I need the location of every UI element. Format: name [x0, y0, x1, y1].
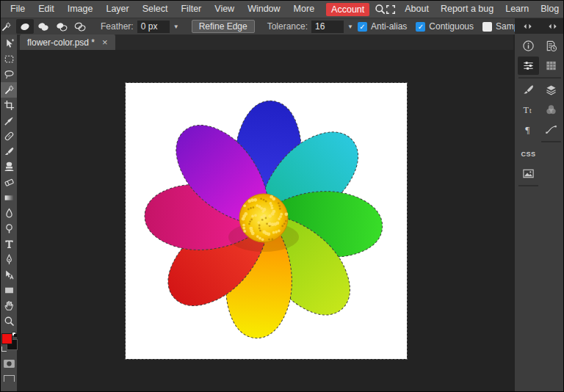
move-tool[interactable] — [1, 36, 17, 51]
feather-label: Feather: — [101, 21, 134, 32]
dodge-tool[interactable] — [1, 221, 17, 236]
screen-mode-button[interactable] — [4, 375, 15, 382]
menu-link-about[interactable]: About — [399, 1, 435, 18]
feather-input[interactable]: 0 px — [137, 21, 170, 33]
menu-item-more[interactable]: More — [287, 1, 321, 18]
document-tab-title: flower-color.psd * — [27, 37, 95, 48]
mode-subtract-button[interactable] — [53, 19, 70, 34]
checkbox-box-anti-alias[interactable]: ✓ — [358, 22, 367, 32]
eraser-tool[interactable] — [1, 175, 17, 190]
clone-stamp-tool[interactable] — [1, 159, 17, 175]
menubar: FileEditImageLayerSelectFilterViewWindow… — [1, 1, 563, 18]
tool-list — [1, 36, 17, 329]
refine-edge-button[interactable]: Refine Edge — [192, 20, 255, 33]
panel-curves-icon[interactable] — [540, 120, 562, 139]
spot-heal-tool[interactable] — [1, 128, 17, 144]
document-tab[interactable]: flower-color.psd * × — [20, 35, 115, 50]
panel-brush-settings-icon[interactable] — [518, 81, 539, 99]
tolerance-label: Tolerance: — [267, 21, 308, 32]
mode-intersect-button[interactable] — [71, 19, 89, 34]
left-toolbar — [1, 35, 17, 391]
panel-icon-grid: Tt¶CSS — [515, 34, 564, 190]
tab-bar: flower-color.psd * × — [17, 35, 513, 50]
svg-text:¶: ¶ — [525, 124, 529, 135]
path-select-tool[interactable] — [1, 267, 17, 283]
color-swatches — [1, 332, 17, 352]
photopea-window: FileEditImageLayerSelectFilterViewWindow… — [0, 0, 564, 392]
panel-info-icon[interactable] — [518, 37, 539, 55]
search-icon[interactable] — [375, 1, 386, 18]
hand-tool[interactable] — [1, 298, 17, 313]
rect-shape-tool[interactable] — [1, 283, 17, 298]
mode-add-button[interactable] — [35, 19, 52, 34]
crop-tool[interactable] — [1, 98, 17, 113]
panel-paragraph-icon[interactable]: ¶ — [518, 120, 539, 139]
quick-mask-button[interactable] — [3, 358, 15, 369]
account-button[interactable]: Account — [326, 3, 369, 16]
mode-new-button[interactable] — [16, 19, 34, 34]
right-panel: Tt¶CSS — [515, 18, 564, 391]
checkbox-label-contiguous: Contiguous — [429, 21, 474, 32]
pen-tool[interactable] — [1, 252, 17, 267]
gradient-tool[interactable] — [1, 190, 17, 206]
svg-text:T: T — [523, 105, 529, 115]
panel-channels-icon[interactable] — [540, 57, 562, 75]
checkbox-box-contiguous[interactable]: ✓ — [416, 22, 425, 32]
tool-options-bar: Feather: 0 px ▼ Refine Edge Tolerance: 1… — [1, 18, 563, 35]
panel-image-icon[interactable] — [518, 164, 539, 183]
collapse-panel-left-icon[interactable] — [515, 18, 540, 34]
foreground-color-swatch[interactable] — [1, 333, 12, 344]
zoom-tool[interactable] — [1, 313, 17, 329]
panel-adjust-icon[interactable] — [518, 57, 539, 75]
panel-character-icon[interactable]: Tt — [518, 101, 539, 119]
rainbow-flower-graphic — [126, 83, 407, 359]
menu-link-learn[interactable]: Learn — [499, 1, 535, 18]
blur-tool[interactable] — [1, 206, 17, 221]
checkbox-label-anti-alias: Anti-alias — [371, 21, 407, 32]
default-colors-icon[interactable] — [12, 332, 17, 337]
right-panel-header — [515, 18, 564, 34]
panel-history-icon[interactable] — [540, 37, 562, 55]
menu-item-window[interactable]: Window — [241, 1, 286, 18]
tab-close-icon[interactable]: × — [102, 37, 108, 47]
svg-text:t: t — [529, 107, 532, 115]
swap-colors-icon[interactable] — [1, 346, 7, 352]
css-label: CSS — [521, 150, 535, 158]
checkbox-contiguous[interactable]: ✓Contiguous — [416, 21, 480, 32]
menu-item-view[interactable]: View — [208, 1, 241, 18]
menu-items: FileEditImageLayerSelectFilterViewWindow… — [1, 1, 321, 18]
brush-tool[interactable] — [1, 144, 17, 159]
menu-links-area: AboutReport a bugLearnBlogAPI — [396, 1, 564, 18]
tolerance-input[interactable]: 16 — [311, 21, 344, 33]
type-tool[interactable] — [1, 236, 17, 252]
checkbox-anti-alias[interactable]: ✓Anti-alias — [358, 21, 413, 32]
magic-wand-tool[interactable] — [1, 82, 17, 98]
marquee-tool[interactable] — [1, 51, 17, 67]
checkbox-box-sample-all-layers[interactable] — [482, 22, 492, 32]
menu-item-layer[interactable]: Layer — [99, 1, 135, 18]
menu-link-blog[interactable]: Blog — [535, 1, 564, 18]
tolerance-dropdown-icon[interactable]: ▼ — [347, 23, 353, 30]
menu-item-image[interactable]: Image — [61, 1, 100, 18]
lasso-tool[interactable] — [1, 67, 17, 82]
collapse-panel-right-icon[interactable] — [540, 18, 564, 34]
selection-mode-group — [16, 19, 89, 34]
menu-links: AboutReport a bugLearnBlogAPI — [396, 1, 564, 18]
document-canvas[interactable] — [126, 83, 407, 359]
eyedropper-tool[interactable] — [1, 113, 17, 128]
panel-separator — [541, 141, 561, 142]
panel-swatches-icon[interactable] — [540, 101, 562, 119]
panel-css-label[interactable]: CSS — [518, 145, 539, 163]
panel-layers-icon[interactable] — [540, 81, 562, 99]
panel-empty-cell — [540, 164, 562, 183]
panel-separator — [518, 77, 561, 79]
menu-item-file[interactable]: File — [4, 1, 32, 18]
menu-link-report-a-bug[interactable]: Report a bug — [435, 1, 499, 18]
menu-item-filter[interactable]: Filter — [174, 1, 208, 18]
feather-dropdown-icon[interactable]: ▼ — [173, 23, 179, 30]
panel-separator — [518, 185, 538, 186]
fullscreen-icon[interactable] — [386, 1, 396, 18]
menu-item-select[interactable]: Select — [136, 1, 175, 18]
magic-wand-tool-indicator-icon — [1, 18, 12, 35]
menu-item-edit[interactable]: Edit — [32, 1, 61, 18]
